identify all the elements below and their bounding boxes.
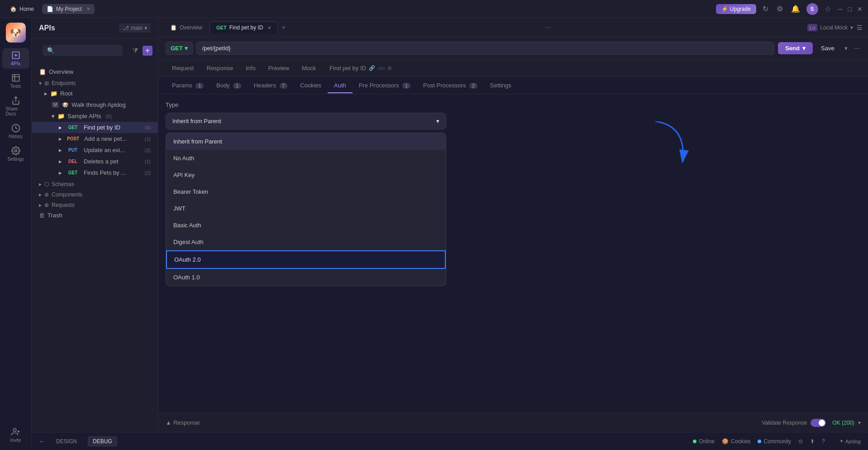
project-tab[interactable]: 📄 My Project ✕ (42, 4, 95, 14)
nav-schemas-section[interactable]: ▸ ⬡ Schemas (32, 178, 158, 189)
svg-point-3 (13, 429, 16, 432)
link-icon[interactable]: 🔗 (369, 65, 375, 71)
sub-tab-body[interactable]: Body 1 (210, 78, 248, 93)
jwt-label: JWT (173, 205, 186, 212)
status-icon-3[interactable]: ? (822, 438, 825, 445)
star-button[interactable]: ☆ (823, 4, 833, 14)
nav-delete-pet[interactable]: ▸ DEL Deletes a pet (1) (32, 156, 158, 167)
dropdown-item-basic-auth[interactable]: Basic Auth (166, 217, 446, 234)
dropdown-item-inherit[interactable]: Inherit from Parent (166, 133, 446, 150)
method-select[interactable]: GET ▾ (166, 42, 193, 55)
nav-overview[interactable]: 📋 Overview (32, 66, 158, 77)
add-tab-button[interactable]: + (279, 23, 288, 33)
bearer-token-label: Bearer Token (173, 188, 208, 195)
branch-selector[interactable]: ⎇ main ▾ (119, 24, 151, 33)
method-get-find: GET (65, 124, 81, 130)
tab-find-pet[interactable]: GET Find pet by ID ✕ (210, 21, 278, 34)
nav-root[interactable]: ▸ 📁 Root (32, 88, 158, 99)
close-tab-x[interactable]: ✕ (267, 25, 271, 30)
ok-chevron[interactable]: ▾ (858, 420, 861, 426)
dropdown-item-bearer-token[interactable]: Bearer Token (166, 183, 446, 200)
sub-tab-post-processors[interactable]: Post Processors 2 (417, 78, 484, 93)
dropdown-item-oauth1[interactable]: OAuth 1.0 (166, 269, 446, 286)
refresh-button[interactable]: ↻ (761, 4, 770, 14)
tab-preview[interactable]: Preview (262, 61, 296, 76)
nav-update-pet[interactable]: ▸ PUT Update an exi... (2) (32, 144, 158, 156)
tab-info[interactable]: Info (239, 61, 262, 76)
nav-requests-section[interactable]: ▸ ⊕ Requests (32, 199, 158, 210)
online-status[interactable]: Online (693, 438, 715, 445)
tab-overview[interactable]: 📋 Overview (164, 22, 209, 34)
tab-more-button[interactable]: ··· (545, 24, 551, 32)
status-icon-1[interactable]: ⊙ (798, 438, 803, 445)
sub-tab-params[interactable]: Params 1 (166, 78, 210, 93)
status-icon-2[interactable]: ⬆ (810, 438, 815, 445)
title-bar-left: 🏠 Home 📄 My Project ✕ (5, 4, 712, 14)
url-bar: GET ▾ Send ▾ Save ▾ ··· (158, 37, 868, 60)
dropdown-item-api-key[interactable]: API Key (166, 167, 446, 183)
emoji-icon: 🐶 (62, 101, 69, 108)
nav-sidebar: APIs ⎇ main ▾ 🔍 ⧩ + 📋 Overview (32, 18, 158, 450)
branch-label: main (131, 25, 143, 31)
dropdown-item-no-auth[interactable]: No Auth (166, 150, 446, 167)
share-docs-label: Share Docs (6, 106, 26, 116)
type-select[interactable]: Inherit from Parent ▾ (166, 113, 446, 129)
close-tab-icon[interactable]: ✕ (86, 6, 90, 11)
tab-response[interactable]: Response (200, 61, 239, 76)
env-selector[interactable]: Lo Local Mock ▾ (807, 24, 853, 31)
nav-add-pet[interactable]: ▸ POST Add a new pet... (1) (32, 133, 158, 144)
sub-tab-settings[interactable]: Settings (484, 78, 518, 93)
code-icon[interactable]: </> (378, 66, 385, 71)
minimize-button[interactable]: ─ (838, 5, 843, 13)
community-status[interactable]: Community (758, 438, 791, 445)
maximize-button[interactable]: □ (848, 5, 852, 13)
home-tab[interactable]: 🏠 Home (5, 4, 38, 14)
hamburger-menu[interactable]: ☰ (857, 24, 863, 31)
nav-components-section[interactable]: ▸ ⊛ Components (32, 189, 158, 199)
walkthrough-label: Walk through Apidog (72, 101, 125, 108)
nav-trash[interactable]: 🗑 Trash (32, 210, 158, 221)
sub-tab-auth[interactable]: Auth (328, 78, 353, 93)
sidebar-item-apis[interactable]: APIs (2, 48, 29, 69)
validate-label-text: Validate Response (762, 420, 807, 426)
tab-request[interactable]: Request (166, 61, 200, 76)
apidog-label: Apidog (845, 439, 861, 444)
sidebar-item-tests[interactable]: Tests (2, 71, 29, 91)
sidebar-item-settings[interactable]: Settings (2, 144, 29, 164)
invite-label: Invite (10, 438, 21, 443)
save-dropdown-button[interactable]: ▾ (843, 42, 849, 54)
dropdown-item-jwt[interactable]: JWT (166, 200, 446, 217)
nav-finds-pets[interactable]: ▸ GET Finds Pets by ... (2) (32, 167, 158, 178)
dropdown-item-digest-auth[interactable]: Digest Auth (166, 234, 446, 250)
folder-icon: 📁 (50, 90, 57, 97)
status-right: Online 🍪 Cookies Community ⊙ ⬆ ? (693, 438, 825, 445)
sub-tab-headers[interactable]: Headers 7 (248, 78, 294, 93)
validate-toggle[interactable] (811, 419, 826, 427)
save-button[interactable]: Save (816, 42, 839, 54)
copy-icon[interactable]: ⧉ (388, 65, 391, 71)
sidebar-item-invite[interactable]: Invite (2, 425, 29, 445)
upgrade-button[interactable]: ⚡ Upgrade (716, 4, 756, 14)
tab-mock[interactable]: Mock (296, 61, 322, 76)
nav-find-pet[interactable]: ▸ GET Find pet by ID (4) (32, 122, 158, 133)
nav-walkthrough[interactable]: M 🐶 Walk through Apidog (32, 99, 158, 110)
settings-icon-button[interactable]: ⚙ (775, 4, 785, 14)
sub-tab-cookies[interactable]: Cookies (294, 78, 328, 93)
dropdown-item-oauth2[interactable]: OAuth 2.0 (166, 250, 446, 269)
send-button[interactable]: Send ▾ (778, 42, 813, 54)
nav-endpoints-section[interactable]: ▾ ⊞ Endpoints (32, 77, 158, 88)
search-input[interactable] (57, 48, 118, 54)
nav-sample-apis[interactable]: ▾ 📁 Sample APIs (5) (32, 110, 158, 122)
sub-tab-pre-processors[interactable]: Pre Processors 1 (353, 78, 417, 93)
add-endpoint-button[interactable]: + (143, 46, 153, 56)
sidebar-item-history[interactable]: History (2, 121, 29, 142)
response-toggle[interactable]: ▲ Response (166, 419, 200, 426)
close-window-button[interactable]: ✕ (857, 5, 863, 13)
url-more-button[interactable]: ··· (853, 43, 861, 53)
filter-button[interactable]: ⧩ (131, 46, 140, 55)
cookies-status[interactable]: 🍪 Cookies (722, 438, 750, 445)
url-input[interactable] (196, 42, 774, 55)
cookies-label: Cookies (731, 438, 750, 445)
sidebar-item-share-docs[interactable]: Share Docs (2, 93, 29, 119)
notification-button[interactable]: 🔔 (789, 4, 802, 14)
